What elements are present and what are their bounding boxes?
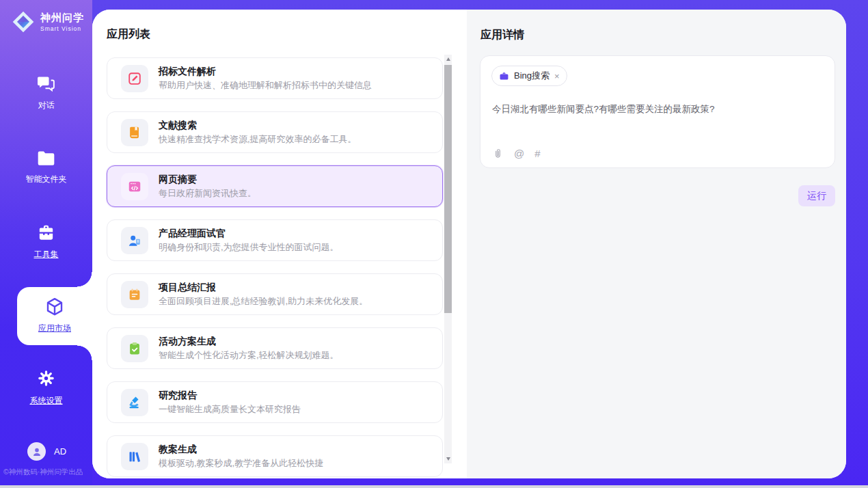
interviewer-icon xyxy=(121,227,148,254)
question-text[interactable]: 今日湖北有哪些新闻要点?有哪些需要关注的最新政策? xyxy=(492,103,820,116)
copyright-text: ©神州数码·神州问学出品 xyxy=(3,467,92,477)
app-description: 快速精准查找学术资源,提高研究效率的必备工具。 xyxy=(159,133,357,146)
document-edit-icon xyxy=(121,65,148,92)
tab-fillet-bottom xyxy=(77,345,92,360)
clipboard-check-icon xyxy=(121,335,148,362)
gear-icon xyxy=(37,369,55,388)
hashtag-icon[interactable]: # xyxy=(534,148,540,159)
sidebar-item-label: 系统设置 xyxy=(0,395,92,407)
app-card-lesson-plan[interactable]: 教案生成 模板驱动,教案秒成,教学准备从此轻松快捷 xyxy=(107,435,443,477)
paperclip-icon[interactable] xyxy=(492,148,504,159)
tab-fillet-top xyxy=(77,272,92,287)
note-icon xyxy=(121,281,148,308)
app-name: 文献搜索 xyxy=(159,119,357,131)
app-detail-title: 应用详情 xyxy=(480,28,524,42)
app-card-literature-search[interactable]: 文献搜索 快速精准查找学术资源,提高研究效率的必备工具。 xyxy=(107,111,443,153)
briefcase-icon xyxy=(499,71,509,81)
app-name: 项目总结汇报 xyxy=(159,281,368,293)
brand-logo: 神州问学 Smart Vision xyxy=(11,10,84,34)
book-icon xyxy=(121,119,148,146)
chat-icon xyxy=(37,75,55,92)
list-scrollbar[interactable] xyxy=(444,55,452,463)
app-name: 招标文件解析 xyxy=(159,65,372,77)
app-description: 智能生成个性化活动方案,轻松解决规划难题。 xyxy=(159,349,339,362)
sidebar-item-app-market[interactable]: 应用市场 xyxy=(17,287,92,345)
books-icon xyxy=(121,443,148,470)
app-name: 研究报告 xyxy=(159,389,301,401)
sidebar-item-toolset[interactable]: 工具集 xyxy=(0,224,92,260)
sidebar-item-settings[interactable]: 系统设置 xyxy=(0,369,92,407)
brand-subtitle: Smart Vision xyxy=(40,25,84,32)
folder-icon xyxy=(37,150,55,166)
app-description: 明确身份和职责,为您提供专业性的面试问题。 xyxy=(159,241,339,254)
browser-code-icon xyxy=(121,173,148,200)
app-card-research-report[interactable]: 研究报告 一键智能生成高质量长文本研究报告 xyxy=(107,381,443,423)
app-list-title: 应用列表 xyxy=(107,27,150,42)
app-description: 全面回顾项目进展,总结经验教训,助力未来优化发展。 xyxy=(159,295,368,308)
app-description: 每日政府新闻资讯快查。 xyxy=(159,187,256,200)
app-list-panel: 应用列表 招标文件解析 帮助用户快速、准确地理解和解析招标书中的关键信息 xyxy=(92,10,467,478)
sidebar-item-chat[interactable]: 对话 xyxy=(0,75,92,111)
app-detail-card: Bing搜索 × 今日湖北有哪些新闻要点?有哪些需要关注的最新政策? @ # xyxy=(480,55,835,168)
app-card-bid-document-parsing[interactable]: 招标文件解析 帮助用户快速、准确地理解和解析招标书中的关键信息 xyxy=(107,57,443,99)
user-row[interactable]: AD xyxy=(27,442,66,461)
toolbox-icon xyxy=(36,224,56,241)
mention-icon[interactable]: @ xyxy=(514,148,524,159)
app-name: 教案生成 xyxy=(159,443,323,455)
run-button[interactable]: 运行 xyxy=(798,185,835,206)
close-icon[interactable]: × xyxy=(554,72,560,81)
sidebar-item-smart-folder[interactable]: 智能文件夹 xyxy=(0,150,92,185)
app-name: 活动方案生成 xyxy=(159,335,339,347)
bottom-edge-divider xyxy=(0,485,868,488)
brand-name: 神州问学 xyxy=(40,12,84,25)
user-initials: AD xyxy=(54,446,66,457)
content-area: 应用列表 招标文件解析 帮助用户快速、准确地理解和解析招标书中的关键信息 xyxy=(92,10,846,478)
app-description: 帮助用户快速、准确地理解和解析招标书中的关键信息 xyxy=(159,79,372,92)
app-detail-panel: 应用详情 Bing搜索 × 今日湖北有哪些新闻要点?有哪些需要关注的最新政策? xyxy=(467,10,846,478)
scrollbar-thumb[interactable] xyxy=(444,65,452,313)
attachment-toolbar: @ # xyxy=(492,148,541,159)
app-card-project-summary[interactable]: 项目总结汇报 全面回顾项目进展,总结经验教训,助力未来优化发展。 xyxy=(107,273,443,315)
app-description: 一键智能生成高质量长文本研究报告 xyxy=(159,403,301,416)
app-name: 网页摘要 xyxy=(159,173,256,185)
app-card-pm-interviewer[interactable]: 产品经理面试官 明确身份和职责,为您提供专业性的面试问题。 xyxy=(107,219,443,261)
sidebar: 神州问学 Smart Vision 对话 智能文件夹 工具集 xyxy=(0,0,92,485)
app-name: 产品经理面试官 xyxy=(159,227,339,239)
diamond-logo-icon xyxy=(11,10,36,34)
sidebar-item-label: 应用市场 xyxy=(17,323,92,334)
sidebar-item-label: 工具集 xyxy=(0,249,92,260)
app-card-webpage-summary[interactable]: 网页摘要 每日政府新闻资讯快查。 xyxy=(107,165,443,207)
tool-chip-label: Bing搜索 xyxy=(514,70,550,82)
sidebar-item-label: 对话 xyxy=(0,100,92,111)
scrollbar-down-arrow[interactable] xyxy=(444,455,452,463)
microscope-icon xyxy=(121,389,148,416)
avatar xyxy=(27,442,46,461)
tool-chip-bing-search[interactable]: Bing搜索 × xyxy=(491,66,567,86)
cube-icon xyxy=(44,297,65,317)
sidebar-item-label: 智能文件夹 xyxy=(0,174,92,185)
scrollbar-up-arrow[interactable] xyxy=(444,55,452,64)
app-card-event-plan[interactable]: 活动方案生成 智能生成个性化活动方案,轻松解决规划难题。 xyxy=(107,327,443,369)
app-description: 模板驱动,教案秒成,教学准备从此轻松快捷 xyxy=(159,457,323,470)
